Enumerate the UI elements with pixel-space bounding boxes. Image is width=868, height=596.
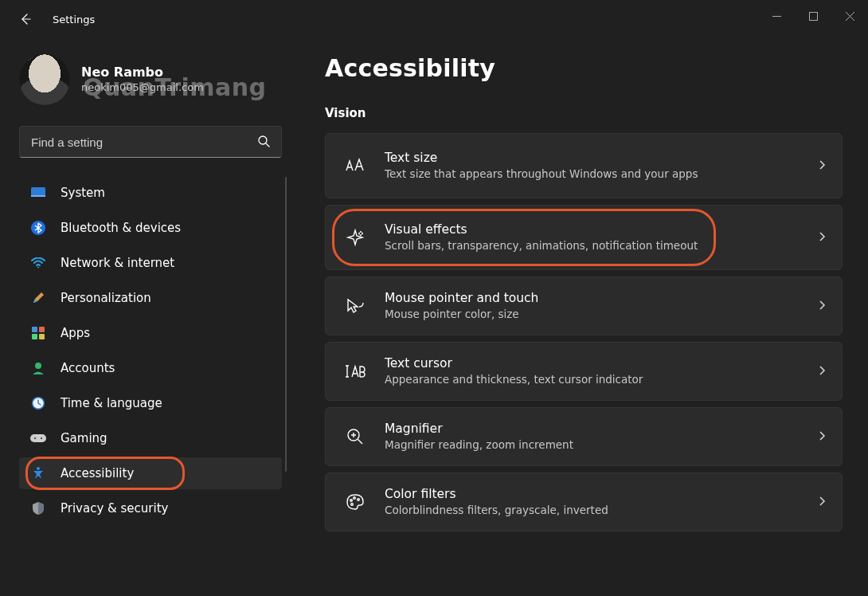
sidebar-item-accessibility[interactable]: Accessibility (19, 457, 282, 489)
card-title: Text size (385, 150, 808, 167)
app-title: Settings (53, 14, 95, 25)
palette-icon (343, 493, 367, 511)
text-size-icon (343, 158, 367, 174)
maximize-icon (809, 12, 818, 21)
svg-point-10 (35, 363, 41, 369)
text-cursor-icon (343, 363, 367, 379)
svg-point-14 (34, 437, 36, 439)
apps-icon (30, 325, 46, 341)
settings-card-list: Text size Text size that appears through… (325, 133, 843, 531)
search-icon (257, 135, 270, 150)
chevron-right-icon (818, 496, 826, 509)
wifi-icon (30, 255, 46, 271)
chevron-right-icon (818, 231, 826, 245)
card-title: Mouse pointer and touch (385, 290, 808, 307)
card-color-filters[interactable]: Color filters Colorblindness filters, gr… (325, 472, 843, 531)
svg-point-20 (358, 499, 360, 501)
sidebar-item-bluetooth[interactable]: Bluetooth & devices (19, 212, 282, 244)
gamepad-icon (30, 430, 46, 446)
card-subtitle: Scroll bars, transparency, animations, n… (385, 238, 808, 253)
svg-point-19 (354, 497, 356, 500)
svg-rect-6 (32, 327, 37, 332)
close-button[interactable] (831, 0, 868, 32)
card-visual-effects[interactable]: Visual effects Scroll bars, transparency… (325, 205, 843, 270)
svg-point-21 (351, 504, 354, 506)
arrow-left-icon (19, 13, 32, 25)
sidebar-item-accounts[interactable]: Accounts (19, 352, 282, 384)
card-text-cursor[interactable]: Text cursor Appearance and thickness, te… (325, 342, 843, 401)
maximize-button[interactable] (795, 0, 831, 32)
card-magnifier[interactable]: Magnifier Magnifier reading, zoom increm… (325, 407, 843, 466)
back-button[interactable] (11, 5, 40, 33)
svg-rect-8 (32, 334, 37, 339)
chevron-right-icon (818, 159, 826, 173)
sidebar-item-label: Accessibility (61, 466, 134, 480)
sidebar-item-label: System (61, 186, 105, 200)
card-text-size[interactable]: Text size Text size that appears through… (325, 133, 843, 198)
close-icon (846, 12, 854, 21)
profile-block[interactable]: Neo Rambo neokim005@gmail.com QuanTriman… (19, 54, 287, 105)
sidebar-item-label: Personalization (61, 291, 151, 305)
page-title: Accessibility (325, 54, 843, 82)
titlebar: Settings (0, 0, 868, 38)
card-title: Color filters (385, 486, 808, 503)
sidebar-item-label: Time & language (61, 396, 162, 410)
card-subtitle: Magnifier reading, zoom increment (385, 437, 808, 452)
svg-point-1 (259, 136, 267, 144)
sidebar-item-label: Network & internet (61, 256, 174, 270)
chevron-right-icon (818, 300, 826, 313)
clock-icon (30, 395, 46, 411)
svg-point-15 (41, 437, 42, 439)
svg-rect-7 (39, 327, 45, 332)
svg-point-18 (350, 500, 353, 502)
sidebar-item-network[interactable]: Network & internet (19, 247, 282, 279)
search-input[interactable] (31, 135, 257, 149)
search-box[interactable] (19, 126, 282, 158)
minimize-button[interactable] (758, 0, 795, 32)
card-title: Magnifier (385, 421, 808, 437)
chevron-right-icon (818, 430, 826, 444)
card-title: Text cursor (385, 355, 808, 372)
sidebar-item-apps[interactable]: Apps (19, 317, 282, 349)
bluetooth-icon (30, 220, 46, 236)
magnifier-icon (343, 428, 367, 445)
card-subtitle: Appearance and thickness, text cursor in… (385, 372, 808, 386)
card-title: Visual effects (385, 222, 808, 238)
profile-name: Neo Rambo (81, 65, 204, 81)
card-subtitle: Colorblindness filters, grayscale, inver… (385, 503, 808, 517)
sidebar-item-label: Bluetooth & devices (61, 221, 181, 235)
monitor-icon (30, 185, 46, 201)
brush-icon (30, 290, 46, 306)
card-mouse-pointer[interactable]: Mouse pointer and touch Mouse pointer co… (325, 276, 843, 335)
avatar (19, 54, 70, 105)
sidebar-item-label: Apps (61, 326, 90, 340)
sidebar-item-gaming[interactable]: Gaming (19, 422, 282, 454)
card-subtitle: Text size that appears throughout Window… (385, 167, 808, 181)
sidebar: Neo Rambo neokim005@gmail.com QuanTriman… (0, 38, 287, 596)
minimize-icon (772, 12, 781, 21)
svg-rect-0 (809, 12, 817, 20)
window-controls (758, 0, 868, 32)
sidebar-item-system[interactable]: System (19, 177, 282, 209)
svg-point-16 (37, 467, 40, 470)
person-icon (30, 360, 46, 376)
sidebar-item-time-language[interactable]: Time & language (19, 387, 282, 419)
svg-rect-3 (31, 195, 45, 197)
svg-rect-13 (30, 434, 46, 442)
sidebar-item-privacy[interactable]: Privacy & security (19, 492, 282, 524)
nav-scrollbar[interactable] (285, 177, 287, 472)
card-subtitle: Mouse pointer color, size (385, 307, 808, 321)
svg-point-5 (37, 267, 39, 269)
main-content: Accessibility Vision Text size Text size… (287, 38, 868, 596)
nav-list: System Bluetooth & devices Network & int… (19, 177, 287, 524)
sparkle-icon (343, 228, 367, 247)
chevron-right-icon (818, 365, 826, 378)
accessibility-icon (30, 465, 46, 481)
svg-rect-9 (39, 334, 45, 339)
shield-icon (30, 500, 46, 516)
section-title: Vision (325, 106, 843, 120)
cursor-icon (343, 297, 367, 315)
sidebar-item-label: Privacy & security (61, 501, 168, 516)
sidebar-item-personalization[interactable]: Personalization (19, 282, 282, 314)
profile-email: neokim005@gmail.com (81, 81, 204, 95)
